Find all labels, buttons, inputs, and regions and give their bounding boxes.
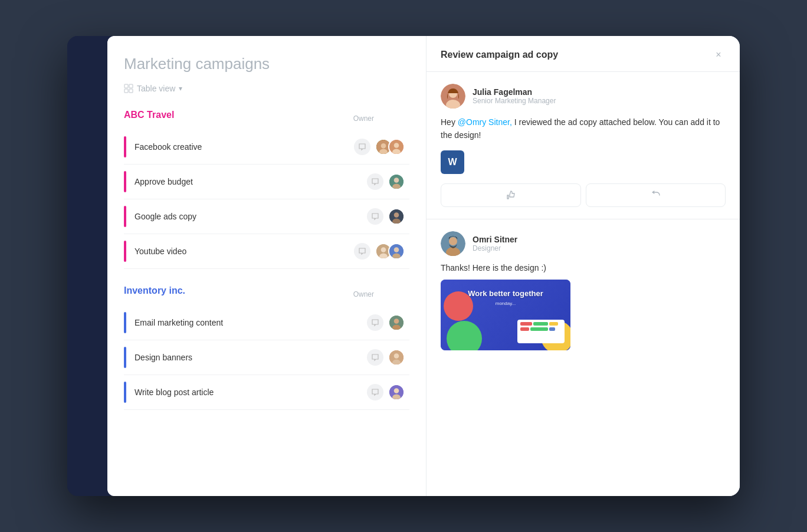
svg-rect-1 [129, 84, 133, 88]
group-inventory-inc: Inventory inc. Owner Email marketing con… [124, 285, 409, 410]
main-content: Marketing campaigns Table view ▾ ABC Tra… [107, 36, 740, 496]
preview-bar-blue [549, 327, 555, 331]
comment-card-julia: Julia Fagelman Senior Marketing Manager … [427, 72, 740, 219]
task-icons [354, 243, 370, 260]
owner-label-abc: Owner [353, 114, 409, 123]
svg-point-5 [381, 143, 386, 149]
circle-green [447, 321, 482, 350]
task-icons [367, 208, 383, 225]
svg-point-11 [394, 178, 399, 183]
page-title: Marketing campaigns [124, 55, 409, 73]
task-bar [124, 347, 126, 368]
task-bar [124, 241, 126, 262]
chat-icon[interactable] [354, 243, 370, 260]
user-title: Senior Marketing Manager [473, 97, 556, 105]
task-bar [124, 171, 126, 192]
task-name: Facebook creative [134, 142, 354, 152]
avatars [388, 314, 405, 331]
review-modal: Review campaign ad copy × [426, 36, 740, 496]
design-preview-inner: Work better together monday... [441, 280, 570, 350]
task-icons [367, 384, 383, 400]
close-button[interactable]: × [711, 48, 726, 62]
reply-button[interactable] [586, 183, 726, 207]
preview-card [517, 320, 565, 343]
avatar-julia [441, 84, 465, 109]
reply-icon [650, 190, 661, 201]
avatars [388, 349, 405, 366]
svg-point-26 [394, 353, 399, 359]
svg-point-15 [392, 218, 401, 224]
chat-icon[interactable] [367, 349, 383, 366]
task-bar [124, 382, 126, 403]
preview-logo: monday... [458, 301, 553, 306]
comment-user-row-omri: Omri Sitner Designer [441, 231, 726, 256]
svg-point-8 [394, 143, 399, 148]
comment-actions-row [441, 183, 726, 207]
task-name: Email marketing content [134, 318, 367, 327]
table-view-selector[interactable]: Table view ▾ [124, 84, 409, 93]
task-row[interactable]: Youtube video [124, 234, 409, 269]
chat-icon[interactable] [367, 173, 383, 190]
svg-rect-2 [124, 89, 128, 93]
group-header-row: ABC Travel Owner [124, 110, 409, 127]
avatar [388, 173, 405, 190]
group-header-row: Inventory inc. Owner [124, 285, 409, 303]
chat-icon[interactable] [367, 314, 383, 331]
avatar [388, 243, 405, 260]
task-bar [124, 136, 126, 157]
svg-point-24 [392, 324, 401, 330]
task-bar [124, 312, 126, 333]
sidebar-nav [67, 36, 107, 496]
preview-bar-green [533, 322, 548, 326]
avatars [375, 243, 405, 260]
group-abc-travel: ABC Travel Owner Facebook creative [124, 110, 409, 269]
svg-rect-0 [124, 84, 128, 88]
modal-title: Review campaign ad copy [441, 50, 558, 60]
preview-bar-row2 [520, 327, 562, 331]
task-row[interactable]: Write blog post article [124, 375, 409, 410]
comment-text: Hey @Omry Sitner, I reviewed the ad copy… [441, 116, 726, 142]
task-row[interactable]: Google ads copy [124, 199, 409, 234]
svg-rect-3 [129, 89, 133, 93]
task-name: Approve budget [134, 177, 367, 186]
chat-icon[interactable] [367, 384, 383, 400]
like-button[interactable] [441, 183, 581, 207]
comment-user-info: Julia Fagelman Senior Marketing Manager [473, 87, 556, 105]
avatar [388, 384, 405, 400]
svg-point-12 [392, 183, 401, 189]
task-row[interactable]: Facebook creative [124, 130, 409, 165]
avatar [388, 139, 405, 155]
abc-travel-task-list: Facebook creative [124, 130, 409, 269]
chat-icon[interactable] [367, 208, 383, 225]
owner-label-inv: Owner [353, 290, 409, 298]
group-title-inventory: Inventory inc. [124, 285, 185, 296]
group-title-abc-travel: ABC Travel [124, 110, 174, 120]
task-icons [367, 349, 383, 366]
preview-bar-red2 [520, 327, 529, 331]
avatars [388, 384, 405, 400]
preview-bar-green2 [530, 327, 548, 331]
device-frame: Marketing campaigns Table view ▾ ABC Tra… [67, 36, 740, 496]
task-row[interactable]: Design banners [124, 340, 409, 375]
chat-icon[interactable] [354, 139, 370, 155]
thanks-text: Thanks! Here is the design :) [441, 263, 726, 272]
svg-point-30 [392, 394, 401, 400]
svg-point-17 [381, 247, 386, 252]
task-icons [354, 139, 370, 155]
chevron-icon: ▾ [179, 84, 182, 93]
task-name: Write blog post article [134, 387, 367, 397]
svg-point-35 [449, 237, 457, 245]
user-name-omri: Omri Sitner [473, 235, 517, 244]
user-title-omri: Designer [473, 244, 517, 252]
design-preview: Work better together monday... [441, 280, 570, 350]
task-row[interactable]: Email marketing content [124, 306, 409, 340]
task-row[interactable]: Approve budget [124, 165, 409, 199]
preview-bar-row [520, 322, 562, 326]
word-doc-attachment[interactable]: W [441, 150, 464, 174]
svg-point-20 [394, 247, 399, 252]
svg-point-29 [394, 388, 399, 393]
comment-mention[interactable]: @Omry Sitner, [458, 117, 512, 127]
task-icons [367, 173, 383, 190]
task-name: Design banners [134, 353, 367, 362]
avatar [388, 314, 405, 331]
